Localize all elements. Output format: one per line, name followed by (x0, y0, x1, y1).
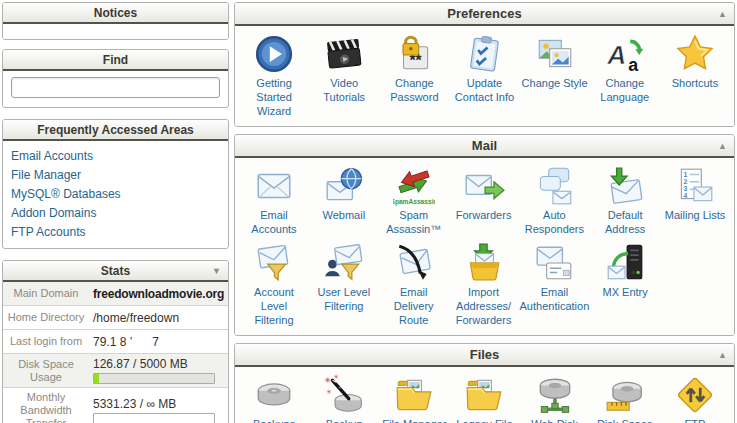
app-label: Email Delivery Route (380, 285, 448, 327)
stat-value: 79.1 8 ʼ 7 (89, 332, 228, 352)
notices-box: Notices (2, 2, 229, 40)
section-header-preferences[interactable]: Preferences▲ (235, 3, 734, 26)
find-input[interactable] (11, 77, 220, 98)
app-label: Change Style (522, 76, 588, 90)
stats-row-main-domain: Main Domainfreedownloadmovie.org (3, 282, 228, 306)
app-label: Update Contact Info (450, 76, 518, 104)
app-item-update-contact-info[interactable]: Update Contact Info (449, 31, 519, 120)
app-label: Import Addresses/ Forwarders (450, 285, 518, 327)
app-label: Account Level Filtering (240, 285, 308, 327)
app-item-email-delivery-route[interactable]: Email Delivery Route (379, 240, 449, 329)
play-circle-icon (253, 33, 295, 75)
app-item-ftp-accounts[interactable]: FTP Accounts (660, 372, 730, 423)
app-item-user-level-filtering[interactable]: User Level Filtering (309, 240, 379, 329)
ftp-diamond-icon (674, 374, 716, 416)
app-item-default-address[interactable]: Default Address (590, 163, 660, 238)
icon-grid-files: Backups✳✳✳✳Backup WizardFile ManagerLega… (235, 367, 734, 423)
sidebar-link-ftp-accounts[interactable]: FTP Accounts (11, 225, 85, 239)
app-item-forwarders[interactable]: Forwarders (449, 163, 519, 238)
envelope-icon (253, 165, 295, 207)
stats-row-disk-space-usage: Disk Space Usage126.87 / 5000 MB (3, 354, 228, 388)
app-label: Video Tutorials (310, 76, 378, 104)
find-title: Find (103, 53, 128, 67)
app-item-change-password[interactable]: **Change Password (379, 31, 449, 120)
svg-text:✳: ✳ (326, 388, 331, 395)
sidebar: Notices Find Frequently Accessed Areas E… (2, 2, 229, 423)
sidebar-link-file-manager[interactable]: File Manager (11, 168, 81, 182)
notices-header[interactable]: Notices (3, 3, 228, 24)
sidebar-link-addon-domains[interactable]: Addon Domains (11, 206, 96, 220)
app-label: Change Password (380, 76, 448, 104)
stats-box: Stats ▼ Main Domainfreedownloadmovie.org… (2, 260, 229, 423)
app-label: Legacy File Manager (450, 417, 518, 423)
disk-ruler-icon (604, 374, 646, 416)
app-label: Webmail (323, 208, 366, 222)
app-item-file-manager[interactable]: File Manager (379, 372, 449, 423)
app-label: Getting Started Wizard (240, 76, 308, 118)
progress-bar-fill (94, 374, 99, 383)
frequently-accessed-box: Frequently Accessed Areas Email Accounts… (2, 119, 229, 249)
app-item-legacy-file-manager[interactable]: Legacy File Manager (449, 372, 519, 423)
chevron-up-icon[interactable]: ▲ (718, 141, 727, 150)
app-item-shortcuts[interactable]: Shortcuts (660, 31, 730, 120)
contact-clipboard-icon (463, 33, 505, 75)
mx-server-icon (604, 242, 646, 284)
list-item: File Manager (11, 165, 220, 184)
stat-label: Last login from (3, 332, 89, 351)
sidebar-link-email-accounts[interactable]: Email Accounts (11, 149, 93, 163)
section-header-mail[interactable]: Mail▲ (235, 135, 734, 158)
app-item-import-addresses-forwarders[interactable]: Import Addresses/ Forwarders (449, 240, 519, 329)
stat-label: Monthly Bandwidth Transfer (3, 388, 89, 423)
webmail-globe-icon (323, 165, 365, 207)
frequently-accessed-title: Frequently Accessed Areas (37, 123, 194, 137)
app-item-spam-assassin[interactable]: SpamAssassinSpam Assassin™ (379, 163, 449, 238)
section-title: Mail (472, 138, 497, 153)
app-item-account-level-filtering[interactable]: Account Level Filtering (239, 240, 309, 329)
auto-responder-icon (533, 165, 575, 207)
stats-row-home-directory: Home Directory/home/freedown (3, 306, 228, 330)
app-item-backup-wizard[interactable]: ✳✳✳✳Backup Wizard (309, 372, 379, 423)
app-item-video-tutorials[interactable]: Video Tutorials (309, 31, 379, 120)
stat-label: Main Domain (3, 284, 89, 303)
section-title: Preferences (447, 6, 521, 21)
app-label: Email Accounts (240, 208, 308, 236)
svg-text:✳: ✳ (334, 374, 339, 380)
app-item-mailing-lists[interactable]: 1234Mailing Lists (660, 163, 730, 238)
svg-text:✳: ✳ (338, 384, 343, 390)
app-item-email-accounts[interactable]: Email Accounts (239, 163, 309, 238)
app-item-getting-started-wizard[interactable]: Getting Started Wizard (239, 31, 309, 120)
app-item-change-language[interactable]: AaChange Language (590, 31, 660, 120)
app-item-email-authentication[interactable]: Email Authentication (519, 240, 591, 329)
page-layout: Notices Find Frequently Accessed Areas E… (0, 0, 737, 423)
stats-row-last-login-from: Last login from79.1 8 ʼ 7 (3, 330, 228, 354)
progress-bar (93, 373, 215, 384)
chevron-up-icon[interactable]: ▲ (718, 9, 727, 18)
app-label: Backups (253, 417, 295, 423)
app-item-auto-responders[interactable]: Auto Responders (519, 163, 591, 238)
app-label: Backup Wizard (310, 417, 378, 423)
list-item: MySQL® Databases (11, 184, 220, 203)
stats-title: Stats (101, 264, 130, 278)
frequently-accessed-header[interactable]: Frequently Accessed Areas (3, 120, 228, 141)
chevron-down-icon[interactable]: ▼ (212, 266, 221, 275)
find-header[interactable]: Find (3, 50, 228, 71)
app-label: File Manager (382, 417, 446, 423)
app-label: MX Entry (603, 285, 648, 299)
app-item-backups[interactable]: Backups (239, 372, 309, 423)
hard-disk-icon (253, 374, 295, 416)
app-item-disk-space-usage[interactable]: Disk Space Usage (590, 372, 660, 423)
stats-row-monthly-bandwidth-transfer: Monthly Bandwidth Transfer5331.23 / ∞ MB (3, 388, 228, 423)
app-item-mx-entry[interactable]: MX Entry (590, 240, 660, 329)
folder-image-icon (463, 374, 505, 416)
app-item-web-disk[interactable]: Web Disk (520, 372, 590, 423)
app-label: Shortcuts (672, 76, 718, 90)
chevron-up-icon[interactable]: ▲ (718, 350, 727, 359)
sidebar-link-mysql-databases[interactable]: MySQL® Databases (11, 187, 121, 201)
app-item-change-style[interactable]: Change Style (520, 31, 590, 120)
app-label: Web Disk (531, 417, 578, 423)
app-item-webmail[interactable]: Webmail (309, 163, 379, 238)
web-disk-icon (534, 374, 576, 416)
stats-header[interactable]: Stats ▼ (3, 261, 228, 282)
frequently-accessed-list: Email AccountsFile ManagerMySQL® Databas… (3, 141, 228, 248)
section-header-files[interactable]: Files▲ (235, 344, 734, 367)
